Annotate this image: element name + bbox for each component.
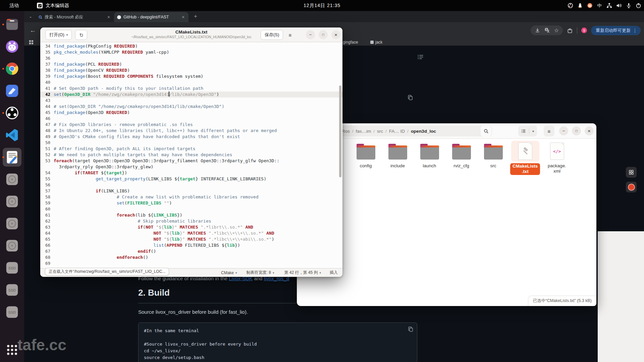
code-line[interactable]: 60 — [40, 206, 342, 212]
profile-badge[interactable]: 9 — [581, 27, 587, 33]
code-line[interactable]: 38find_package(OpenCV REQUIRED) — [40, 67, 342, 73]
apps-grid-icon[interactable] — [29, 40, 34, 45]
network-icon[interactable] — [606, 3, 612, 9]
tab-width-selector[interactable]: 制表符宽度: 8▾ — [247, 270, 274, 276]
code-line[interactable]: 63 if(NOT "${lib}" MATCHES ".*librt\\.so… — [40, 224, 342, 230]
code-editor-area[interactable]: 34find_package(PkgConfig REQUIRED)35pkg_… — [40, 42, 342, 268]
dock-item-disc[interactable] — [3, 236, 21, 255]
search-button[interactable] — [481, 126, 491, 136]
code-line[interactable]: 55 get_target_property(LINK_LIBS ${targe… — [40, 176, 342, 182]
code-line[interactable]: 46 — [40, 116, 342, 122]
activities-button[interactable]: 活动 — [7, 2, 21, 9]
code-line[interactable]: 57 if(LINK_LIBS) — [40, 188, 342, 194]
extensions-puzzle-icon[interactable] — [567, 27, 573, 34]
code-line[interactable]: 69 — [40, 260, 342, 266]
code-line[interactable]: 50 — [40, 140, 342, 146]
new-tab-button[interactable]: + — [191, 12, 200, 21]
code-line[interactable]: 65 NOT "${lib}" MATCHES ".*libc\\+\\+abi… — [40, 236, 342, 242]
code-line[interactable]: 36 — [40, 55, 342, 61]
open-button[interactable]: 打开(O)▾ — [45, 30, 72, 40]
breadcrumb-item-open3dloc[interactable]: open3d_loc — [411, 129, 436, 134]
breadcrumb-item-fasim[interactable]: fas…im — [356, 129, 371, 134]
dock-item-blueapp[interactable] — [3, 81, 21, 100]
code-line[interactable]: 51# After finding Open3D, patch ALL its … — [40, 146, 342, 152]
code-line[interactable]: 61 foreach(lib ${LINK_LIBS}) — [40, 212, 342, 218]
clock[interactable]: 12月14日 21:35 — [300, 0, 344, 11]
tab-close-icon[interactable]: × — [180, 14, 186, 20]
dock-item-obs[interactable] — [3, 104, 21, 122]
bookmark-jack[interactable]: jack — [370, 40, 382, 45]
focused-app-indicator[interactable]: 文本编辑器 — [37, 3, 69, 9]
hamburger-menu-button[interactable]: ≡ — [544, 126, 554, 136]
code-line[interactable]: 34find_package(PkgConfig REQUIRED) — [40, 43, 342, 49]
record-widget-button[interactable] — [626, 182, 637, 192]
close-button[interactable]: × — [331, 30, 340, 39]
relaunch-update-button[interactable]: 重新启动即可更新 ⋮ — [591, 26, 641, 35]
code-line[interactable]: 45find_package(Open3D REQUIRED) — [40, 110, 342, 116]
code-line[interactable]: 44# set(Open3D_DIR "/home/zwg/cmakepro/o… — [40, 104, 342, 110]
bookmark-huggingface[interactable]: gingface — [343, 40, 358, 45]
dock-item-editor[interactable] — [3, 148, 21, 167]
code-line[interactable]: 56 — [40, 182, 342, 188]
microphone-icon[interactable] — [626, 3, 632, 9]
copy-icon[interactable] — [408, 326, 414, 332]
code-line[interactable]: 43 — [40, 98, 342, 104]
cursor-position-selector[interactable]: 第 42 行，第 45 列▾ — [284, 270, 321, 276]
view-toggle-button[interactable]: ▾ — [518, 126, 537, 136]
file-item-launch[interactable]: launch — [414, 141, 445, 175]
maximize-button[interactable]: □ — [319, 30, 328, 39]
code-line[interactable]: 66 list(APPEND FILTERED_LIBS ${lib}) — [40, 242, 342, 248]
dock-item-ssd[interactable]: SSD — [3, 303, 21, 321]
dock-item-ssd[interactable]: SSD — [3, 281, 21, 299]
minimize-button[interactable]: − — [559, 126, 568, 135]
tab-bing-search[interactable]: 搜索 - Microsoft 必应 × — [36, 12, 114, 22]
dock-item-disc[interactable] — [3, 214, 21, 233]
bookmark-star-icon[interactable]: ☆ — [554, 28, 559, 33]
code-line[interactable]: 37find_package(PCL REQUIRED) — [40, 61, 342, 67]
chevron-down-icon[interactable]: ▾ — [529, 126, 537, 136]
file-item-rvizcfg[interactable]: rviz_cfg — [445, 141, 477, 175]
translate-icon[interactable]: 文 — [544, 27, 550, 33]
cat-icon[interactable] — [587, 3, 593, 9]
breadcrumb-item-FAID[interactable]: FA… ID — [389, 129, 405, 134]
file-item-src[interactable]: src — [477, 141, 509, 175]
code-line[interactable]: 49# Open3D's CMake config files may have… — [40, 134, 342, 140]
language-selector[interactable]: CMake▾ — [221, 270, 237, 275]
file-item-packagexml[interactable]: </>package.xml — [541, 141, 573, 175]
code-line[interactable]: 35pkg_check_modules(YAMLCPP REQUIRED yam… — [40, 49, 342, 55]
tab-github[interactable]: GitHub - deepglint/FAST × — [114, 12, 189, 22]
code-line[interactable]: 68 endforeach() — [40, 254, 342, 260]
code-line[interactable]: 40 — [40, 79, 342, 85]
screenshot-widget-button[interactable] — [626, 167, 637, 178]
more-icon[interactable]: ⋮ — [633, 28, 637, 33]
code-line[interactable]: 41# Set Open3D path - modify this to you… — [40, 85, 342, 92]
code-line[interactable]: 62 # Skip problematic libraries — [40, 218, 342, 224]
new-tab-button[interactable] — [75, 30, 87, 40]
dock-item-disc[interactable] — [3, 170, 21, 189]
breadcrumb-item-src[interactable]: src — [377, 129, 383, 134]
code-line[interactable]: 48# In Ubuntu 22.04+, some libraries (li… — [40, 128, 342, 134]
dock-item-cat[interactable] — [3, 37, 21, 56]
code-line[interactable]: 39find_package(Boost REQUIRED COMPONENTS… — [40, 73, 342, 79]
scrollbar-thumb[interactable] — [339, 85, 341, 177]
code-line[interactable]: 47# Fix Open3D libraries - remove proble… — [40, 122, 342, 128]
code-line[interactable]: 52# We need to patch multiple targets th… — [40, 152, 342, 158]
input-method-zh[interactable]: 中 — [596, 3, 602, 9]
penguin-icon[interactable] — [577, 3, 583, 9]
insert-mode-indicator[interactable]: 插入 — [330, 270, 338, 276]
maximize-button[interactable]: □ — [572, 126, 581, 135]
power-icon[interactable] — [635, 3, 641, 9]
list-view-icon[interactable] — [518, 126, 529, 136]
readme-outline-icon[interactable] — [417, 54, 424, 60]
back-icon[interactable]: ← — [28, 26, 38, 35]
dock-item-files[interactable] — [3, 15, 21, 34]
code-line[interactable]: 67 endif() — [40, 248, 342, 254]
file-item-config[interactable]: config — [350, 141, 382, 175]
code-line[interactable]: 59 set(FILTERED_LIBS "") — [40, 200, 342, 206]
close-button[interactable]: × — [585, 126, 594, 135]
code-line[interactable]: 42set(Open3D_DIR "/home/zwg/cmakepro/ope… — [40, 92, 342, 98]
dock-item-disc[interactable] — [3, 192, 21, 211]
code-line[interactable]: 54 if(TARGET ${target}) — [40, 170, 342, 176]
dock-item-chrome[interactable] — [3, 59, 21, 78]
copy-icon[interactable] — [407, 95, 413, 101]
